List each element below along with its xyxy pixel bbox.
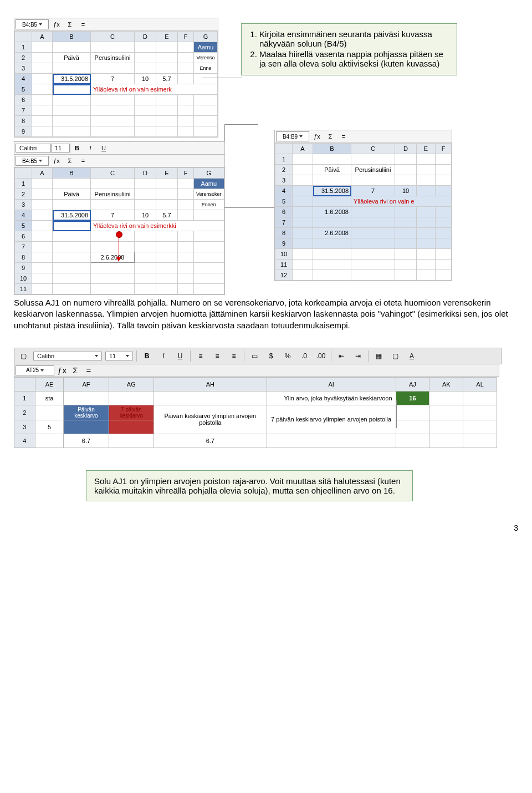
- underline-icon[interactable]: U: [173, 350, 187, 362]
- equals-icon: =: [76, 155, 90, 166]
- drag-handle-dot: [116, 231, 122, 238]
- name-box[interactable]: AT25: [16, 365, 54, 375]
- borders-icon[interactable]: ▦: [372, 350, 385, 362]
- align-right-icon[interactable]: ≡: [227, 350, 241, 362]
- spreadsheet-1: B4:B5 ƒx Σ = ABCDEFG 1Aamu 2PäiväPerusin…: [14, 18, 218, 138]
- grid[interactable]: ABCDEFG 1Aamu 2PäiväPerusinsuliiniVerens…: [14, 31, 218, 137]
- indent-inc-icon[interactable]: ⇥: [351, 350, 365, 362]
- font-name[interactable]: Calibri: [33, 352, 102, 360]
- callout-1: Kirjoita ensimmäinen seuranta päiväsi ku…: [241, 23, 457, 75]
- font-size[interactable]: 11: [105, 352, 133, 360]
- callout-2: Solu AJ1 on ylimpien arvojen poiston raj…: [86, 470, 413, 501]
- equals-icon: =: [76, 19, 90, 30]
- fx-icon[interactable]: ƒx: [50, 19, 63, 30]
- name-box[interactable]: B4:B5: [16, 19, 49, 29]
- font-size[interactable]: 11: [51, 144, 70, 152]
- name-box[interactable]: B4:B9: [276, 131, 309, 141]
- fx-icon[interactable]: ƒx: [50, 155, 63, 166]
- grid[interactable]: ABCDEF 1 2PäiväPerusinsuliini 3 431.5.20…: [275, 143, 452, 281]
- drag-arrow-icon: [116, 257, 121, 262]
- sigma-icon[interactable]: Σ: [63, 155, 76, 166]
- font-name[interactable]: Calibri: [16, 144, 51, 152]
- decimal-inc-icon[interactable]: .0: [298, 350, 311, 362]
- indent-dec-icon[interactable]: ⇤: [335, 350, 348, 362]
- threshold-cell[interactable]: 16: [396, 391, 429, 405]
- sigma-icon[interactable]: Σ: [63, 19, 76, 30]
- sigma-icon[interactable]: Σ: [69, 365, 82, 376]
- name-box[interactable]: B4:B5: [16, 156, 49, 166]
- percent-icon[interactable]: %: [281, 350, 294, 362]
- merge-icon[interactable]: ▭: [248, 350, 261, 362]
- fx-icon[interactable]: ƒx: [55, 365, 69, 376]
- align-left-icon[interactable]: ≡: [194, 350, 207, 362]
- formula-bar: Calibri 11 B I U: [14, 141, 224, 155]
- italic-icon[interactable]: I: [157, 350, 170, 362]
- ribbon-toolbar: ▢ Calibri 11 B I U ≡ ≡ ≡ ▭ $ % .0 .00 ⇤ …: [14, 348, 502, 364]
- bold-icon[interactable]: B: [140, 350, 154, 362]
- sigma-icon[interactable]: Σ: [324, 131, 337, 142]
- font-color-icon[interactable]: A: [405, 350, 418, 362]
- formula-bar: B4:B5 ƒx Σ =: [14, 18, 218, 31]
- underline-icon[interactable]: U: [97, 143, 110, 154]
- paragraph-1: Solussa AJ1 on numero vihreällä pohjalla…: [14, 297, 518, 331]
- page-number: 3: [14, 523, 518, 532]
- fx-icon[interactable]: ƒx: [310, 131, 324, 142]
- fill-color-icon[interactable]: ▢: [388, 350, 402, 362]
- spreadsheet-2: Calibri 11 B I U B4:B5 ƒx Σ = ABCDEFG 1A…: [14, 141, 225, 295]
- equals-icon: =: [82, 365, 95, 376]
- currency-icon[interactable]: $: [264, 350, 278, 362]
- spreadsheet-3: B4:B9 ƒx Σ = ABCDEF 1 2PäiväPerusinsulii…: [274, 130, 452, 281]
- spreadsheet-4: ▢ Calibri 11 B I U ≡ ≡ ≡ ▭ $ % .0 .00 ⇤ …: [14, 348, 518, 448]
- equals-icon: =: [337, 131, 350, 142]
- grid[interactable]: AEAFAGAHAIAJAKAL 1staYlin arvo, joka hyv…: [14, 377, 497, 448]
- italic-icon[interactable]: I: [84, 143, 97, 154]
- decimal-dec-icon[interactable]: .00: [314, 350, 328, 362]
- font-dropdown-icon[interactable]: ▢: [17, 350, 30, 362]
- bold-icon[interactable]: B: [70, 143, 84, 154]
- align-center-icon[interactable]: ≡: [211, 350, 224, 362]
